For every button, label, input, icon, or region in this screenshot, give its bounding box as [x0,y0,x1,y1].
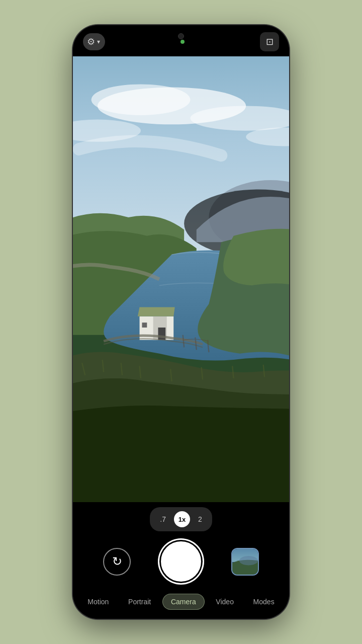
shutter-button[interactable] [161,541,201,582]
gallery-icon: ⊡ [266,36,274,47]
flip-camera-icon: ↻ [112,554,122,569]
zoom-1x[interactable]: 1x [174,511,190,527]
gear-icon: ⚙ [87,36,95,47]
gallery-thumbnail[interactable] [231,548,259,576]
status-dot [180,40,185,44]
mode-tabs: Motion Portrait Camera Video Modes [73,590,289,619]
svg-point-4 [92,84,191,115]
front-camera [178,33,184,39]
flip-camera-button[interactable]: ↻ [103,548,131,576]
tab-portrait[interactable]: Portrait [120,594,159,609]
chevron-down-icon: ▾ [97,38,100,45]
gallery-button[interactable]: ⊡ [260,32,279,51]
svg-rect-12 [142,323,147,328]
zoom-2x[interactable]: 2 [198,515,202,523]
top-bar: ⚙ ▾ ⊡ [73,25,289,56]
tab-camera[interactable]: Camera [162,594,205,610]
tab-modes[interactable]: Modes [245,594,283,609]
phone-frame: ⚙ ▾ ⊡ [73,25,289,619]
tab-video[interactable]: Video [208,594,242,609]
tab-motion[interactable]: Motion [79,594,117,609]
phone-screen: ⚙ ▾ ⊡ [73,25,289,619]
zoom-07[interactable]: .7 [160,515,166,523]
settings-button[interactable]: ⚙ ▾ [83,33,105,50]
bottom-controls: .7 1x 2 ↻ [73,502,289,619]
zoom-controls: .7 1x 2 [73,507,289,531]
svg-point-28 [239,555,258,565]
viewfinder[interactable] [73,56,289,502]
zoom-pill: .7 1x 2 [150,507,212,531]
svg-marker-10 [138,307,175,316]
shutter-row: ↻ [73,541,289,582]
